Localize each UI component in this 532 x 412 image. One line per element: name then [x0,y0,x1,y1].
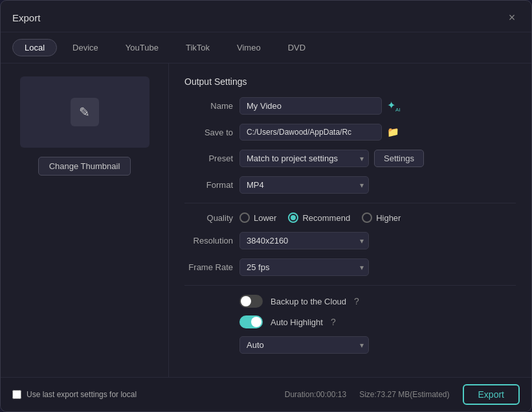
frame-rate-select[interactable]: 25 fps [239,258,369,276]
auto-dropdown-wrapper: Auto [184,336,516,354]
name-row: Name ✦AI [184,97,516,115]
bottom-bar: Use last export settings for local Durat… [1,377,531,411]
bottom-info: Duration:00:00:13 Size:73.27 MB(Estimate… [285,384,520,405]
save-to-input[interactable] [239,124,382,141]
frame-rate-label: Frame Rate [184,262,233,272]
quality-lower[interactable]: Lower [239,212,276,223]
name-input[interactable] [239,97,382,115]
backup-toggle[interactable] [239,295,263,308]
resolution-select-wrapper: 3840x2160 [239,232,369,249]
resolution-row: Resolution 3840x2160 [184,232,516,249]
frame-rate-select-wrapper: 25 fps [239,258,369,276]
preset-label: Preset [184,154,233,163]
dialog-title: Export [12,12,40,23]
tab-youtube[interactable]: YouTube [114,40,170,56]
preset-row: Preset Match to project settings Setting… [184,150,516,167]
title-bar: Export × [1,1,531,32]
resolution-label: Resolution [184,236,233,246]
preset-select-wrapper: Match to project settings [239,150,369,167]
divider [184,203,516,203]
frame-rate-row: Frame Rate 25 fps [184,258,516,276]
radio-recommend[interactable] [288,212,298,223]
auto-select-wrapper: Auto [239,336,369,354]
auto-highlight-toggle[interactable] [239,315,263,328]
quality-row: Quality Lower Recommend Higher [184,212,516,223]
backup-help-icon[interactable]: ? [354,296,359,306]
preset-select[interactable]: Match to project settings [239,150,369,167]
last-settings-checkbox[interactable] [12,390,21,399]
tab-local[interactable]: Local [12,39,57,56]
quality-options: Lower Recommend Higher [239,212,401,223]
change-thumbnail-button[interactable]: Change Thumbnail [38,157,131,176]
radio-lower[interactable] [239,212,250,223]
auto-highlight-help-icon[interactable]: ? [331,317,336,327]
size-text: Size:73.27 MB(Estimated) [359,390,449,399]
tabs-container: Local Device YouTube TikTok Vimeo DVD [1,32,531,63]
quality-recommend-label: Recommend [302,213,350,223]
main-content: ✎ Change Thumbnail Output Settings Name … [1,63,531,377]
quality-higher[interactable]: Higher [362,212,401,223]
backup-label: Backup to the Cloud [271,297,346,306]
section-title: Output Settings [184,76,516,87]
quality-lower-label: Lower [254,213,276,223]
right-panel: Output Settings Name ✦AI Save to 📁 Pre [169,63,531,377]
tab-device[interactable]: Device [61,40,110,56]
close-button[interactable]: × [504,10,520,25]
checkbox-row: Use last export settings for local [12,390,137,399]
divider-2 [184,285,516,286]
radio-higher[interactable] [362,212,372,223]
settings-button[interactable]: Settings [374,150,424,167]
thumbnail-preview: ✎ [20,76,150,148]
auto-highlight-row: Auto Highlight ? [184,315,516,328]
auto-select[interactable]: Auto [239,336,369,354]
format-select[interactable]: MP4 [239,176,369,194]
save-to-row: Save to 📁 [184,124,516,141]
auto-highlight-label: Auto Highlight [271,317,323,327]
duration-text: Duration:00:00:13 [285,390,346,399]
folder-icon[interactable]: 📁 [387,126,399,138]
export-button[interactable]: Export [463,384,520,405]
left-panel: ✎ Change Thumbnail [1,63,169,377]
last-settings-label: Use last export settings for local [27,390,137,399]
format-select-wrapper: MP4 [239,176,369,194]
resolution-select[interactable]: 3840x2160 [239,232,369,249]
name-label: Name [184,101,233,111]
quality-recommend[interactable]: Recommend [288,212,350,223]
tab-tiktok[interactable]: TikTok [174,40,221,56]
tab-vimeo[interactable]: Vimeo [225,40,272,56]
format-row: Format MP4 [184,176,516,194]
thumbnail-icon: ✎ [71,98,99,126]
ai-icon[interactable]: ✦AI [387,99,401,113]
format-label: Format [184,180,233,190]
export-dialog: Export × Local Device YouTube TikTok Vim… [0,0,532,412]
backup-row: Backup to the Cloud ? [184,295,516,308]
tab-dvd[interactable]: DVD [276,40,317,56]
save-to-label: Save to [184,128,233,137]
quality-higher-label: Higher [376,213,401,223]
quality-label: Quality [184,213,233,223]
